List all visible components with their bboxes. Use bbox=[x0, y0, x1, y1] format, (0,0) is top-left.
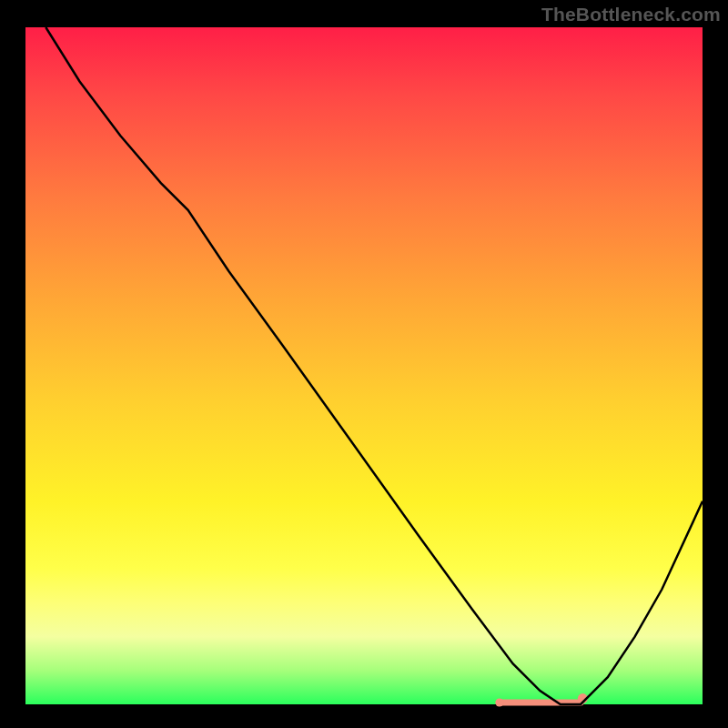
chart-svg bbox=[0, 0, 728, 728]
highlight-dot-start bbox=[495, 699, 503, 707]
chart-container: TheBottleneck.com bbox=[0, 0, 728, 728]
bottleneck-curve bbox=[46, 27, 703, 704]
watermark-text: TheBottleneck.com bbox=[541, 4, 721, 25]
